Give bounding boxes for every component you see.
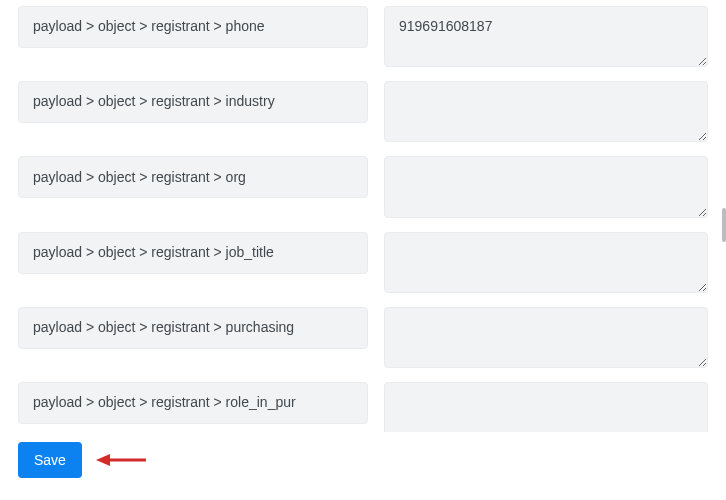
field-value-purchasing[interactable] [384, 307, 708, 368]
field-label: payload > object > registrant > role_in_… [18, 382, 368, 424]
form-scroll-area[interactable]: payload > object > registrant > phone pa… [0, 0, 726, 440]
field-value-org[interactable] [384, 156, 708, 217]
field-row-phone: payload > object > registrant > phone [18, 6, 708, 67]
field-value-job-title[interactable] [384, 232, 708, 293]
svg-marker-1 [96, 454, 110, 466]
field-label: payload > object > registrant > phone [18, 6, 368, 48]
field-row-org: payload > object > registrant > org [18, 156, 708, 217]
field-row-purchasing: payload > object > registrant > purchasi… [18, 307, 708, 368]
field-label: payload > object > registrant > purchasi… [18, 307, 368, 349]
save-button[interactable]: Save [18, 442, 82, 478]
field-label: payload > object > registrant > org [18, 156, 368, 198]
field-row-industry: payload > object > registrant > industry [18, 81, 708, 142]
field-label: payload > object > registrant > industry [18, 81, 368, 123]
scrollbar-thumb[interactable] [722, 208, 726, 242]
footer-bar: Save [0, 432, 726, 500]
field-value-industry[interactable] [384, 81, 708, 142]
field-label: payload > object > registrant > job_titl… [18, 232, 368, 274]
field-value-phone[interactable] [384, 6, 708, 67]
field-row-job-title: payload > object > registrant > job_titl… [18, 232, 708, 293]
annotation-arrow-icon [94, 452, 148, 468]
